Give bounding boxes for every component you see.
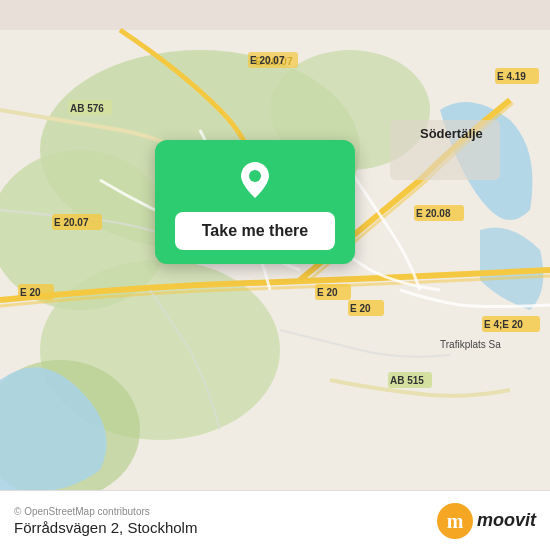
moovit-text: moovit	[477, 510, 536, 531]
svg-text:Södertälje: Södertälje	[420, 126, 483, 141]
osm-attribution: © OpenStreetMap contributors	[14, 506, 197, 517]
map-background: E 20.07 E 20.07 AB 576 E 20.07 E 20 E 20…	[0, 0, 550, 550]
svg-point-30	[249, 170, 261, 182]
location-pin-icon	[233, 158, 277, 202]
svg-text:AB 576: AB 576	[70, 103, 104, 114]
bottom-bar: © OpenStreetMap contributors Förrådsväge…	[0, 490, 550, 550]
svg-text:E 4;E 20: E 4;E 20	[484, 319, 523, 330]
svg-text:E 20.08: E 20.08	[416, 208, 451, 219]
svg-text:E 20.07: E 20.07	[250, 55, 285, 66]
svg-text:E 20: E 20	[317, 287, 338, 298]
take-me-there-button[interactable]: Take me there	[175, 212, 335, 250]
moovit-icon: m	[437, 503, 473, 539]
svg-text:E 20.07: E 20.07	[54, 217, 89, 228]
moovit-logo: m moovit	[437, 503, 536, 539]
svg-text:Trafikplats Sa: Trafikplats Sa	[440, 339, 501, 350]
moovit-m-letter: m	[447, 511, 464, 531]
address-section: © OpenStreetMap contributors Förrådsväge…	[14, 506, 197, 536]
svg-text:E 20: E 20	[20, 287, 41, 298]
location-card: Take me there	[155, 140, 355, 264]
svg-text:AB 515: AB 515	[390, 375, 424, 386]
svg-text:E 4.19: E 4.19	[497, 71, 526, 82]
address-text: Förrådsvägen 2, Stockholm	[14, 519, 197, 536]
map-container: E 20.07 E 20.07 AB 576 E 20.07 E 20 E 20…	[0, 0, 550, 550]
svg-text:E 20: E 20	[350, 303, 371, 314]
